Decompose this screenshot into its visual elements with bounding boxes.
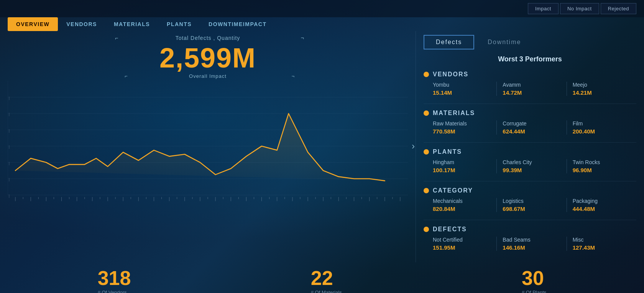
defects-header: Defects bbox=[424, 226, 636, 233]
svg-text:|: | bbox=[9, 96, 10, 100]
defect-name-0: Not Certified bbox=[433, 237, 491, 243]
divider-1 bbox=[424, 104, 636, 104]
divider-3 bbox=[424, 181, 636, 181]
chart-area: | | | | | | | › bbox=[8, 81, 408, 211]
divider-4 bbox=[424, 220, 636, 220]
defects-row: Not Certified 151.95M Bad Seams 146.16M … bbox=[424, 237, 636, 251]
impact-button[interactable]: Impact bbox=[528, 3, 559, 14]
category-value-1: 698.67M bbox=[503, 206, 560, 212]
nav-downtime-impact[interactable]: DowntimeImpact bbox=[200, 17, 275, 31]
vendors-header: Vendors bbox=[424, 71, 636, 78]
nav-bar: Overview Vendors Materials Plants Downti… bbox=[0, 17, 644, 31]
stat-materials-value: 22 bbox=[311, 268, 342, 288]
material-item-1: Corrugate 624.44M bbox=[497, 120, 567, 135]
divider-2 bbox=[424, 142, 636, 143]
plants-header: Plants bbox=[424, 148, 636, 155]
material-name-2: Film bbox=[573, 120, 631, 127]
category-dot bbox=[424, 188, 429, 193]
vendor-item-0: Yombu 15.14M bbox=[433, 82, 497, 96]
plants-section: Plants Hingham 100.17M Charles City 99.3… bbox=[424, 148, 636, 173]
stat-vendors: 318 # Of Vendors bbox=[98, 268, 131, 293]
nav-plants[interactable]: Plants bbox=[158, 17, 200, 31]
stat-vendors-value: 318 bbox=[98, 268, 131, 288]
plant-name-1: Charles City bbox=[503, 159, 560, 165]
chart-arrow[interactable]: › bbox=[412, 141, 415, 151]
plants-row: Hingham 100.17M Charles City 99.39M Twin… bbox=[424, 159, 636, 173]
material-value-0: 770.58M bbox=[433, 128, 491, 135]
materials-row: Raw Materials 770.58M Corrugate 624.44M … bbox=[424, 120, 636, 135]
plants-dot bbox=[424, 149, 429, 155]
nav-overview[interactable]: Overview bbox=[8, 17, 58, 31]
panel-tabs: Defects Downtime bbox=[424, 35, 636, 49]
chart-panel: Total Defects , Quantity 2,599M Overall … bbox=[0, 31, 416, 262]
vendor-value-1: 14.72M bbox=[503, 89, 560, 96]
category-title: Category bbox=[433, 187, 473, 194]
defect-value-2: 127.43M bbox=[573, 244, 631, 251]
stat-plants: 30 # Of Plants bbox=[522, 268, 546, 293]
category-header: Category bbox=[424, 187, 636, 194]
plant-value-0: 100.17M bbox=[433, 167, 491, 173]
plant-item-0: Hingham 100.17M bbox=[433, 159, 497, 173]
category-name-1: Logistics bbox=[503, 198, 560, 204]
svg-marker-59 bbox=[15, 114, 385, 181]
stat-plants-value: 30 bbox=[522, 268, 546, 288]
tab-defects[interactable]: Defects bbox=[424, 35, 474, 49]
main-content: Total Defects , Quantity 2,599M Overall … bbox=[0, 31, 644, 262]
nav-vendors[interactable]: Vendors bbox=[58, 17, 105, 31]
app-container: Impact No Impact Rejected Overview Vendo… bbox=[0, 0, 644, 293]
vendor-item-1: Avamm 14.72M bbox=[497, 82, 567, 96]
vendor-name-1: Avamm bbox=[503, 82, 560, 88]
plant-value-2: 96.90M bbox=[573, 167, 631, 173]
materials-title: Materials bbox=[433, 110, 475, 117]
svg-text:|: | bbox=[9, 145, 10, 149]
total-defects-value: 2,599M bbox=[8, 43, 408, 73]
bottom-stats: 318 # Of Vendors 22 # Of Materials 30 # … bbox=[0, 262, 644, 293]
category-item-2: Packaging 444.48M bbox=[567, 198, 636, 212]
worst-performers-title: Worst 3 Performers bbox=[424, 55, 636, 63]
vendors-section: Vendors Yombu 15.14M Avamm 14.72M Meejo … bbox=[424, 71, 636, 96]
category-item-0: Mechanicals 820.84M bbox=[433, 198, 497, 212]
plant-item-2: Twin Rocks 96.90M bbox=[567, 159, 636, 173]
tab-downtime[interactable]: Downtime bbox=[476, 36, 532, 49]
svg-text:|: | bbox=[9, 129, 10, 133]
plant-name-0: Hingham bbox=[433, 159, 491, 165]
materials-header: Materials bbox=[424, 110, 636, 117]
rejected-button[interactable]: Rejected bbox=[601, 3, 636, 14]
stat-vendors-label: # Of Vendors bbox=[98, 290, 131, 293]
vendor-value-0: 15.14M bbox=[433, 89, 491, 96]
line-chart: | | | | | | | bbox=[8, 81, 408, 211]
vendor-value-2: 14.21M bbox=[573, 89, 631, 96]
plants-title: Plants bbox=[433, 148, 462, 155]
defect-item-0: Not Certified 151.95M bbox=[433, 237, 497, 251]
material-value-1: 624.44M bbox=[503, 128, 560, 135]
material-item-0: Raw Materials 770.58M bbox=[433, 120, 497, 135]
vendors-row: Yombu 15.14M Avamm 14.72M Meejo 14.21M bbox=[424, 82, 636, 96]
vendor-name-0: Yombu bbox=[433, 82, 491, 88]
vendor-name-2: Meejo bbox=[573, 82, 631, 88]
defects-title: Defects bbox=[433, 226, 467, 233]
chart-title: Total Defects , Quantity bbox=[8, 35, 408, 41]
vendor-item-2: Meejo 14.21M bbox=[567, 82, 636, 96]
plant-name-2: Twin Rocks bbox=[573, 159, 631, 165]
stat-materials-label: # Of Materials bbox=[311, 290, 342, 293]
materials-dot bbox=[424, 110, 429, 116]
category-name-2: Packaging bbox=[573, 198, 631, 204]
top-bar: Impact No Impact Rejected bbox=[0, 0, 644, 17]
svg-text:|: | bbox=[9, 178, 10, 181]
material-name-1: Corrugate bbox=[503, 120, 560, 127]
category-item-1: Logistics 698.67M bbox=[497, 198, 567, 212]
category-name-0: Mechanicals bbox=[433, 198, 491, 204]
defects-section: Defects Not Certified 151.95M Bad Seams … bbox=[424, 226, 636, 251]
category-section: Category Mechanicals 820.84M Logistics 6… bbox=[424, 187, 636, 212]
material-name-0: Raw Materials bbox=[433, 120, 491, 127]
category-value-2: 444.48M bbox=[573, 206, 631, 212]
material-item-2: Film 200.40M bbox=[567, 120, 636, 135]
stat-plants-label: # Of Plants bbox=[522, 290, 546, 293]
defect-value-1: 146.16M bbox=[503, 244, 560, 251]
defect-name-2: Misc bbox=[573, 237, 631, 243]
material-value-2: 200.40M bbox=[573, 128, 631, 135]
nav-materials[interactable]: Materials bbox=[105, 17, 158, 31]
no-impact-button[interactable]: No Impact bbox=[560, 3, 599, 14]
materials-section: Materials Raw Materials 770.58M Corrugat… bbox=[424, 110, 636, 135]
overall-impact-label: Overall Impact bbox=[8, 73, 408, 79]
